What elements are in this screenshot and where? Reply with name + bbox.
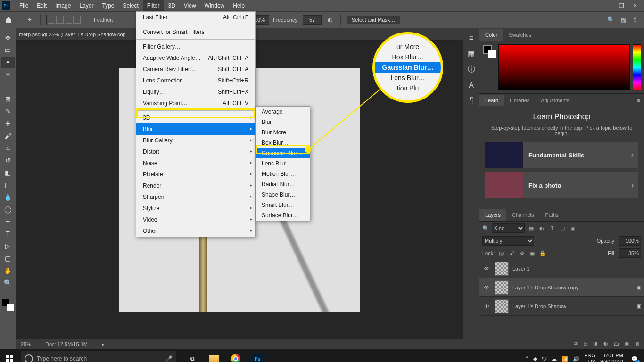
tray-clock[interactable]: 6:01 PM8/30/2019 (600, 353, 623, 362)
move-tool-icon[interactable]: ✥ (1, 32, 15, 43)
filter-blur-gallery[interactable]: Blur Gallery (136, 135, 255, 146)
tab-swatches[interactable]: Swatches (503, 29, 537, 41)
eyedropper-tool-icon[interactable]: ✎ (1, 106, 15, 117)
menu-select[interactable]: Select (118, 0, 142, 11)
arrange-icon[interactable]: ▧ (621, 16, 626, 23)
layer-filter-select[interactable]: Kind (492, 223, 525, 233)
search-icon[interactable]: 🔍 (607, 16, 614, 23)
filter-smart-icon[interactable]: ▣ (569, 224, 577, 232)
tray-cloud-icon[interactable]: ☁ (552, 356, 557, 362)
restore-icon[interactable]: ❐ (619, 2, 624, 9)
notification-icon[interactable]: 💬2 (628, 352, 641, 362)
character-icon[interactable]: A (469, 81, 474, 90)
close-icon[interactable]: ✕ (633, 2, 637, 9)
filter-camera-raw[interactable]: Camera Raw Filter…Shift+Ctrl+A (136, 64, 255, 75)
panel-menu-icon[interactable]: ≡ (634, 98, 644, 103)
blur-blur[interactable]: Blur (256, 117, 310, 127)
blur-surface[interactable]: Surface Blur… (256, 210, 310, 221)
histogram-icon[interactable]: ≡ (469, 34, 473, 42)
paragraph-icon[interactable]: ¶ (469, 96, 473, 105)
hand-tool-icon[interactable]: ✋ (1, 265, 15, 276)
menu-window[interactable]: Window (200, 0, 229, 11)
menu-view[interactable]: View (180, 0, 200, 11)
menu-filter[interactable]: Filter (143, 0, 164, 11)
menu-edit[interactable]: Edit (33, 0, 51, 11)
filter-type-icon[interactable]: T (548, 224, 556, 232)
lock-image-icon[interactable]: 🖌 (508, 249, 515, 257)
panel-menu-icon[interactable]: ≡ (634, 212, 644, 218)
menu-image[interactable]: Image (51, 0, 75, 11)
layer-row[interactable]: 👁 Layer 1's Drop Shadow copy ▣ (479, 278, 644, 297)
selection-mode-group[interactable] (46, 15, 82, 25)
blur-average[interactable]: Average (256, 107, 310, 117)
zoom-level[interactable]: 25% (21, 341, 31, 347)
link-layers-icon[interactable]: ⧉ (574, 340, 578, 346)
blend-mode-select[interactable]: Multiply (482, 236, 534, 246)
taskbar-photoshop[interactable]: Ps (248, 349, 267, 362)
lasso-tool-icon[interactable]: ✦ (1, 57, 15, 68)
type-tool-icon[interactable]: T (1, 228, 15, 239)
select-and-mask-button[interactable]: Select and Mask… (347, 16, 400, 24)
blur-more[interactable]: Blur More (256, 127, 310, 138)
layer-name[interactable]: Layer 1's Drop Shadow copy (512, 285, 578, 290)
filter-pixel-icon[interactable]: ▦ (528, 224, 535, 232)
panel-menu-icon[interactable]: ≡ (634, 32, 644, 38)
filter-sharpen[interactable]: Sharpen (136, 191, 255, 203)
minimize-icon[interactable]: — (605, 2, 611, 9)
blur-gaussian[interactable]: Gaussian Blur… (256, 148, 310, 158)
filter-pixelate[interactable]: Pixelate (136, 169, 255, 180)
taskbar-chrome[interactable] (226, 349, 245, 362)
rectangle-tool-icon[interactable]: ▢ (1, 253, 15, 264)
tray-adobe-icon[interactable]: ◆ (533, 356, 537, 362)
task-view-icon[interactable]: ⧉ (183, 349, 202, 362)
tray-wifi-icon[interactable]: 📶 (561, 356, 568, 362)
filter-3d[interactable]: 3D (136, 112, 255, 123)
crop-tool-icon[interactable]: ⟂ (1, 81, 15, 92)
group-icon[interactable]: 🗀 (614, 341, 619, 346)
filter-liquify[interactable]: Liquify…Shift+Ctrl+X (136, 86, 255, 98)
filter-video[interactable]: Video (136, 214, 255, 225)
zoom-tool-icon[interactable]: 🔍 (1, 277, 15, 288)
tab-paths[interactable]: Paths (540, 209, 564, 221)
eraser-tool-icon[interactable]: ◧ (1, 167, 15, 178)
opacity-input[interactable] (619, 236, 641, 246)
menu-type[interactable]: Type (98, 0, 118, 11)
learn-card-fundamentals[interactable]: Fundamental Skills › (485, 142, 638, 168)
fx-icon[interactable]: fx (583, 341, 587, 346)
taskbar-explorer[interactable] (205, 349, 223, 362)
info-icon[interactable]: ⓘ (468, 65, 475, 74)
lock-artboard-icon[interactable]: ▣ (528, 249, 536, 257)
hue-slider[interactable] (633, 44, 641, 90)
history-brush-tool-icon[interactable]: ↺ (1, 155, 15, 166)
menu-help[interactable]: Help (229, 0, 249, 11)
taskbar-search[interactable]: Type here to search 🎤 (21, 351, 176, 362)
filter-gallery[interactable]: Filter Gallery… (136, 41, 255, 52)
fg-bg-mini-swatch[interactable] (482, 44, 495, 90)
layer-row[interactable]: 👁 Layer 1 (479, 259, 644, 278)
clone-tool-icon[interactable]: ⎌ (1, 142, 15, 154)
fill-input[interactable] (619, 248, 641, 258)
mic-icon[interactable]: 🎤 (165, 355, 173, 362)
blur-box[interactable]: Box Blur… (256, 138, 310, 148)
blur-lens[interactable]: Lens Blur… (256, 158, 310, 169)
tray-volume-icon[interactable]: 🔊 (573, 356, 579, 362)
lock-all-icon[interactable]: 🔒 (539, 249, 546, 257)
home-icon[interactable] (4, 15, 13, 25)
share-icon[interactable]: ⇪ (633, 16, 637, 23)
filter-shape-icon[interactable]: ▢ (559, 224, 566, 232)
status-chevron-icon[interactable]: ▸ (102, 341, 105, 347)
healing-tool-icon[interactable]: ✚ (1, 118, 15, 129)
tray-chevron-icon[interactable]: ˄ (526, 356, 528, 362)
frame-tool-icon[interactable]: ⊠ (1, 93, 15, 105)
layer-name[interactable]: Layer 1's Drop Shadow (512, 304, 566, 309)
visibility-icon[interactable]: 👁 (482, 285, 491, 290)
lock-position-icon[interactable]: ✥ (518, 249, 526, 257)
tab-channels[interactable]: Channels (506, 209, 539, 221)
filter-blur[interactable]: Blur (136, 123, 255, 135)
learn-card-fixphoto[interactable]: Fix a photo › (485, 172, 638, 198)
lasso-tool-icon[interactable]: ✦ (25, 15, 34, 25)
tab-learn[interactable]: Learn (479, 95, 504, 106)
mask-icon[interactable]: ◑ (593, 340, 598, 346)
tab-layers[interactable]: Layers (479, 209, 506, 221)
visibility-icon[interactable]: 👁 (482, 304, 491, 309)
